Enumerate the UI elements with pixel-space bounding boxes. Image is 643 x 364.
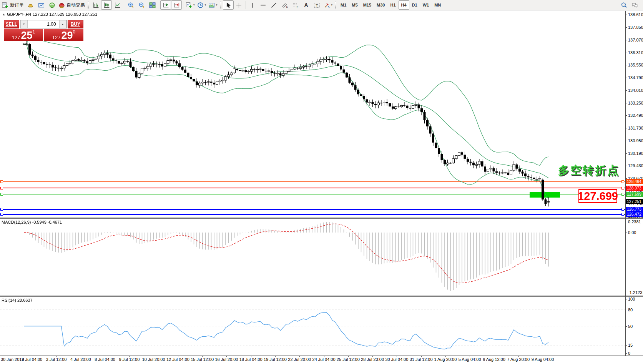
timeframe-mn-button[interactable]: MN — [432, 0, 444, 10]
support-line-blue-1-price-label: 126.773 — [626, 207, 643, 212]
templates-button[interactable]: ▾ — [207, 0, 219, 10]
vline-icon — [249, 2, 256, 8]
rsi-tick — [625, 345, 627, 346]
bar-chart-button[interactable] — [90, 0, 101, 10]
search-button[interactable] — [618, 0, 629, 10]
label-icon: T — [314, 2, 320, 8]
support-line-green-price-label: 127.699 — [626, 192, 643, 197]
autotrading-button[interactable]: 自动交易 — [57, 0, 86, 10]
rsi-plot[interactable] — [0, 297, 625, 356]
arrows-icon — [324, 2, 330, 8]
fibonacci-button[interactable]: F — [290, 0, 301, 10]
charts-button[interactable] — [36, 0, 47, 10]
symbol-title: GBPJPY-,H4 — [7, 12, 31, 17]
equidistant-channel-button[interactable]: E — [279, 0, 290, 10]
buy-button[interactable]: BUY — [68, 20, 83, 28]
svg-text:A: A — [304, 2, 308, 8]
price-tick-label: 135.550 — [628, 63, 643, 67]
price-tick-label: 131.730 — [628, 126, 643, 130]
text-button[interactable]: A — [301, 0, 312, 10]
volume-increase-button[interactable]: ▲ — [59, 20, 66, 28]
time-label: 28 Jul 23:00 — [361, 357, 384, 362]
buy-price-pip: 0 — [73, 30, 76, 34]
timeframe-m5-button[interactable]: M5 — [349, 0, 360, 10]
signals-button[interactable] — [47, 0, 57, 10]
rsi-scale-label: 50 — [628, 324, 633, 329]
price-tick — [625, 103, 627, 103]
hline-icon — [260, 2, 266, 8]
timeframe-h1-button[interactable]: H1 — [387, 0, 398, 10]
tile-windows-button[interactable] — [147, 0, 158, 10]
macd-plot[interactable] — [0, 219, 625, 296]
bid-price-label: 127.251 — [626, 199, 643, 204]
timeframe-m1-button[interactable]: M1 — [338, 0, 349, 10]
toolbar-separator — [124, 1, 124, 9]
timeframe-m30-button[interactable]: M30 — [374, 0, 387, 10]
vertical-line-button[interactable] — [247, 0, 258, 10]
turning-point-annotation[interactable]: 多空转折点 — [558, 163, 620, 178]
price-tick-label: 136.310 — [628, 50, 643, 55]
price-tick — [625, 178, 627, 179]
indicators-button[interactable]: ▾ — [184, 0, 196, 10]
toolbar-grip[interactable] — [219, 1, 222, 9]
charts-icon — [38, 2, 45, 8]
price-tick — [625, 53, 627, 53]
price-tick — [625, 141, 627, 141]
time-label: 7 Aug 20:00 — [507, 357, 530, 362]
candlestick-button[interactable] — [101, 0, 112, 10]
mt4-window: 新订单自动交易▾▾▾EFAT▾M1M5M15M30H1H4D1W1MN 138.… — [0, 0, 643, 364]
cursor-button[interactable] — [223, 0, 234, 10]
new-order-button[interactable]: 新订单 — [1, 0, 25, 10]
sell-button[interactable]: SELL — [4, 20, 19, 28]
buy-price-button[interactable]: 127290 — [44, 29, 83, 41]
chart-shift-button[interactable] — [171, 0, 182, 10]
shift-icon — [173, 2, 180, 8]
autotrading-button-label: 自动交易 — [66, 2, 85, 8]
collapse-panel-icon[interactable]: ▲ — [2, 13, 5, 16]
timeframe-w1-button[interactable]: W1 — [420, 0, 432, 10]
line-chart-icon — [114, 2, 121, 8]
price-tick-label: 130.950 — [628, 138, 643, 143]
sell-price-big: 25 — [21, 31, 32, 40]
toolbar-grip[interactable] — [87, 1, 90, 9]
volume-decrease-button[interactable]: ▼ — [20, 20, 28, 28]
label-button[interactable]: T — [312, 0, 322, 10]
macd-zero-tick — [625, 233, 627, 233]
bar-chart-icon — [93, 2, 99, 8]
zoom-out-button[interactable] — [136, 0, 147, 10]
time-label: 24 Jul 04:00 — [312, 357, 336, 362]
sell-price-button[interactable]: 127251 — [4, 29, 43, 41]
price-callout-box[interactable]: 127.699 — [578, 189, 617, 203]
chart-window[interactable]: 138.610137.850137.070136.310135.550134.7… — [0, 11, 643, 364]
market-button[interactable] — [25, 0, 36, 10]
horizontal-line-button[interactable] — [258, 0, 269, 10]
time-label: 30 Jul 04:00 — [385, 357, 408, 362]
timeframe-h4-button[interactable]: H4 — [399, 0, 409, 10]
time-label: 16 Jul 20:00 — [215, 357, 238, 362]
crosshair-button[interactable] — [234, 0, 244, 10]
resistance-line-upper-price-label: 128.464 — [626, 179, 643, 184]
price-tick-label: 134.010 — [628, 88, 643, 93]
chat-button[interactable] — [629, 0, 640, 10]
timeframe-d1-button[interactable]: D1 — [409, 0, 420, 10]
toolbar-grip[interactable] — [334, 1, 337, 9]
rsi-tick — [625, 353, 627, 354]
timeframe-m15-button[interactable]: M15 — [361, 0, 374, 10]
price-tick-label: 138.610 — [628, 12, 643, 17]
zoom-in-button[interactable] — [125, 0, 136, 10]
new-order-button-label: 新订单 — [10, 2, 24, 8]
price-chart-plot[interactable] — [0, 11, 625, 218]
volume-input[interactable]: 1.00 — [28, 20, 59, 28]
periods-button[interactable]: ▾ — [196, 0, 208, 10]
tile-icon — [149, 2, 156, 8]
arrows-button[interactable]: ▾ — [322, 0, 334, 10]
support-line-blue-2-price-label: 126.472 — [626, 212, 643, 217]
line-chart-button[interactable] — [112, 0, 123, 10]
trendline-button[interactable] — [269, 0, 279, 10]
rsi-tick — [625, 299, 627, 299]
auto-scroll-button[interactable] — [160, 0, 171, 10]
trendline-icon — [271, 2, 277, 8]
time-label: 18 Jul 04:00 — [239, 357, 263, 362]
time-label: 19 Jul 12:00 — [264, 357, 287, 362]
sell-price-pip: 1 — [33, 30, 35, 34]
